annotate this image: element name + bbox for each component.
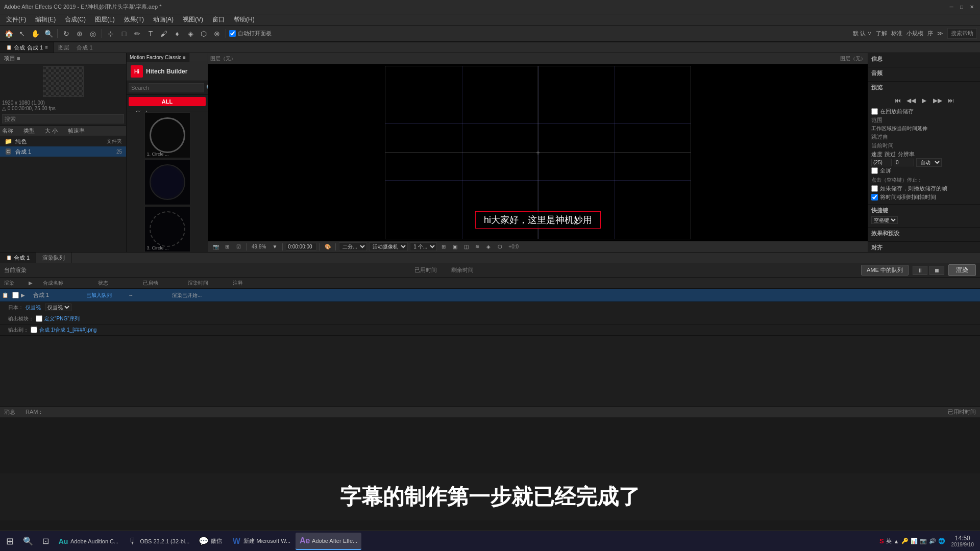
project-search-input[interactable] <box>2 114 124 123</box>
mf-tab-main[interactable]: Motion Factory Classic ≡ <box>127 53 189 62</box>
taskbar-obs[interactable]: 🎙 OBS 23.2.1 (32-bi... <box>124 533 193 550</box>
3d-icon[interactable]: ⬡ <box>495 242 504 252</box>
skip-input[interactable] <box>894 159 914 166</box>
grid-icon[interactable]: ⊞ <box>439 242 448 252</box>
fullscreen-checkbox[interactable]: 全屏 <box>871 167 977 174</box>
snapshot-btn[interactable]: 📷 <box>211 242 220 252</box>
systray-up[interactable]: ▲ <box>894 538 899 544</box>
tool-eraser[interactable]: ◈ <box>185 28 196 39</box>
timeline-render-tab[interactable]: 渲染队列 <box>36 253 71 263</box>
search-button[interactable]: 🔍 <box>19 533 37 550</box>
output-to-checkbox[interactable] <box>31 327 37 333</box>
menu-item-c[interactable]: 合成(C) <box>61 14 90 25</box>
stop-btn[interactable]: ⏹ <box>929 266 944 275</box>
tool-camera-pan[interactable]: ⊕ <box>74 28 85 39</box>
menu-item-l[interactable]: 图层(L) <box>91 14 119 25</box>
grid-btn[interactable]: ⊞ <box>223 242 232 252</box>
mf-thumb-2[interactable] <box>127 158 208 205</box>
mf-all-button[interactable]: ALL <box>129 97 206 106</box>
systray-lang[interactable]: 英 <box>886 537 892 545</box>
project-item-pure-color[interactable]: 📁 纯色 文件夹 <box>0 136 126 146</box>
check-btn[interactable]: ☑ <box>234 242 243 252</box>
mf-search-input[interactable] <box>129 83 204 92</box>
task-view-button[interactable]: ⊡ <box>38 533 53 550</box>
mf-thumb-3[interactable]: 3. Circle ... <box>127 205 208 252</box>
mask-icon[interactable]: ◫ <box>461 242 471 252</box>
systray-volume[interactable]: 🔊 <box>929 538 936 544</box>
tool-anchor[interactable]: ⊹ <box>105 28 116 39</box>
menu-item-[interactable]: 窗口 <box>208 14 229 25</box>
tool-home[interactable]: 🏠 <box>3 28 14 39</box>
safe-icon[interactable]: ▣ <box>450 242 459 252</box>
render-item-1[interactable]: 📋 ▶ 合成 1 已加入队列 -- 渲染已开始... <box>0 289 980 302</box>
prev-keyframe-button[interactable]: ◀◀ <box>906 95 916 106</box>
pause-btn[interactable]: ⏸ <box>913 266 927 275</box>
tool-type[interactable]: T <box>145 28 156 39</box>
move-time-checkbox[interactable]: 将时间移到时间轴时间 <box>871 193 977 201</box>
menu-item-h[interactable]: 帮助(H) <box>230 14 259 25</box>
prev-frame-button[interactable]: ⏮ <box>893 95 903 106</box>
timeline-comp-tab[interactable]: 📋 合成 1 <box>0 253 36 263</box>
systray-camera[interactable]: 📷 <box>920 538 927 544</box>
tool-roto[interactable]: ⬡ <box>198 28 209 39</box>
expand-btn[interactable]: ≫ <box>937 30 943 37</box>
tool-camera-orbit[interactable]: ◎ <box>87 28 99 39</box>
timecode-input[interactable] <box>286 243 316 251</box>
mf-thumb-1[interactable]: 1. Circle ... <box>127 112 208 158</box>
draft-icon[interactable]: ◈ <box>484 242 493 252</box>
tool-brush[interactable]: 🖌 <box>158 28 169 39</box>
taskbar-wechat[interactable]: 💬 微信 <box>194 533 226 550</box>
tab-layer[interactable]: 图层 <box>54 42 74 53</box>
menu-item-v[interactable]: 视图(V) <box>179 14 207 25</box>
seq-btn[interactable]: 序 <box>927 30 933 37</box>
play-button[interactable]: ▶ <box>919 95 929 106</box>
menu-item-t[interactable]: 效果(T) <box>120 14 148 25</box>
output-module-checkbox[interactable] <box>36 315 42 322</box>
speed-input[interactable] <box>871 159 892 166</box>
auto-open-panel-checkbox[interactable]: 自动打开面板 <box>229 30 272 37</box>
systray-screen[interactable]: 📊 <box>911 538 918 544</box>
camera-select[interactable]: 活动摄像机 <box>369 242 408 251</box>
standard-btn[interactable]: 标准 <box>891 30 902 37</box>
maximize-button[interactable]: □ <box>958 3 966 11</box>
next-keyframe-button[interactable]: ▶▶ <box>933 95 943 106</box>
taskbar-aftereffects[interactable]: Ae Adobe After Effe... <box>296 533 361 550</box>
taskbar-audition[interactable]: Au Adobe Audition C... <box>54 533 122 550</box>
defaults-btn[interactable]: 默 认 ∨ <box>853 30 872 37</box>
render-item-checkbox[interactable] <box>12 292 19 298</box>
loop-checkbox[interactable]: 在回放前储存 <box>871 108 977 115</box>
ame-queue-button[interactable]: AME 中的队列 <box>861 265 909 276</box>
menu-item-f[interactable]: 文件(F) <box>2 14 30 25</box>
tool-select[interactable]: ↖ <box>16 28 28 39</box>
mf-cat-circles[interactable]: ○ Circles <box>127 108 208 112</box>
comp-type-select[interactable]: 二分... <box>339 242 367 251</box>
minimize-button[interactable]: ─ <box>947 3 955 11</box>
systray-network[interactable]: 🌐 <box>938 538 945 544</box>
learn-btn[interactable]: 了解 <box>876 30 887 37</box>
systray-key[interactable]: 🔑 <box>901 538 909 544</box>
close-button[interactable]: ✕ <box>968 3 976 11</box>
render-settings-link[interactable]: 仅当视 <box>26 304 41 311</box>
render-settings-select[interactable]: 仅当视 <box>45 304 71 311</box>
menu-item-e[interactable]: 编辑(E) <box>31 14 60 25</box>
menu-item-a[interactable]: 动画(A) <box>149 14 178 25</box>
motion-blur-icon[interactable]: ≋ <box>473 242 482 252</box>
taskbar-word[interactable]: W 新建 Microsoft W... <box>227 533 295 550</box>
tool-hand[interactable]: ✋ <box>30 28 41 39</box>
tool-shape[interactable]: □ <box>118 28 130 39</box>
tool-pen[interactable]: ✏ <box>132 28 143 39</box>
output-to-link[interactable]: 合成 1\合成 1_[####].png <box>39 327 96 334</box>
view-count-select[interactable]: 1 个... <box>410 242 437 251</box>
resolution-select[interactable]: 自动 <box>916 158 942 167</box>
miniflow-btn[interactable]: 小规模 <box>906 30 923 37</box>
color-picker-btn[interactable]: 🎨 <box>323 242 332 252</box>
resolution-dropdown[interactable]: ▼ <box>270 242 279 252</box>
output-module-link[interactable]: 定义"PNG"序列 <box>44 315 80 322</box>
preview-viewport[interactable]: + hi大家好，这里是神机妙用 <box>208 64 868 241</box>
tool-puppet[interactable]: ⊗ <box>211 28 223 39</box>
start-button[interactable]: ⊞ <box>2 533 18 550</box>
tool-zoom[interactable]: 🔍 <box>43 28 54 39</box>
next-frame-button[interactable]: ⏭ <box>946 95 956 106</box>
tool-stamp[interactable]: ♦ <box>172 28 183 39</box>
save-frames-checkbox[interactable]: 如果储存，则播放储存的帧 <box>871 185 977 192</box>
